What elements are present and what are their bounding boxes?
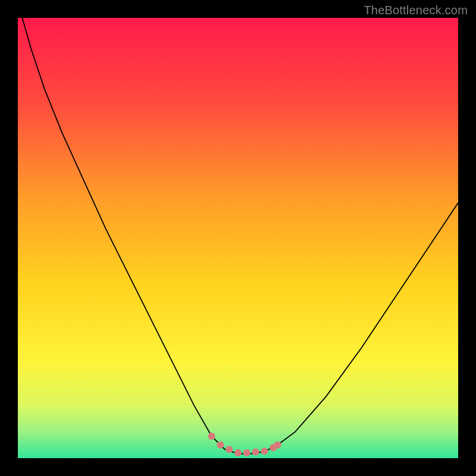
optimal-range-dot — [208, 433, 215, 440]
optimal-range-dot — [243, 449, 250, 456]
optimal-range-dot — [261, 447, 268, 455]
optimal-range-dot — [274, 441, 281, 449]
optimal-range-dot — [217, 441, 224, 449]
bottleneck-chart — [18, 18, 458, 458]
optimal-range-dot — [226, 446, 233, 453]
optimal-range-dot — [234, 449, 242, 456]
optimal-range-dot — [252, 449, 259, 456]
chart-frame: TheBottleneck.com — [0, 0, 476, 476]
watermark-text: TheBottleneck.com — [364, 4, 468, 17]
plot-background — [18, 18, 458, 458]
